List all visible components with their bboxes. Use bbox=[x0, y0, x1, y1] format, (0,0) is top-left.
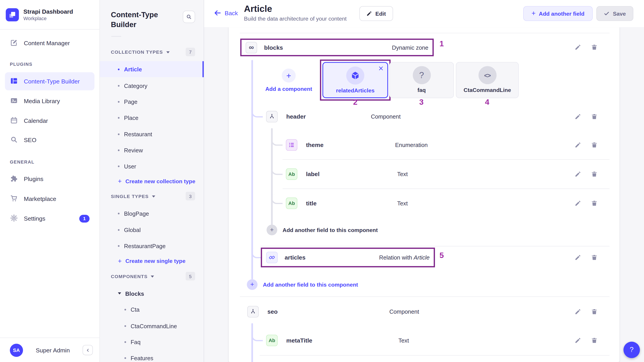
field-row-blocks[interactable]: ∞ blocks Dynamic zone bbox=[240, 39, 434, 56]
subnav-item-features[interactable]: Features bbox=[100, 350, 204, 362]
add-field-to-component-button[interactable]: + Add another field to this component bbox=[266, 225, 378, 235]
subnav-item-restaurant[interactable]: Restaurant bbox=[100, 126, 204, 142]
close-icon[interactable] bbox=[378, 66, 384, 71]
subnav-item-place[interactable]: Place bbox=[100, 110, 204, 126]
subnav-item-blogpage[interactable]: BlogPage bbox=[100, 206, 204, 222]
collapse-sidebar-button[interactable] bbox=[82, 345, 93, 355]
edit-field-icon[interactable] bbox=[575, 171, 581, 178]
field-row-label[interactable]: Ab label Text bbox=[240, 164, 610, 184]
component-card-faq[interactable]: ? faq bbox=[389, 62, 454, 98]
sidebar-section-general: GENERAL bbox=[10, 159, 34, 164]
sidebar-item-calendar[interactable]: Calendar bbox=[5, 112, 94, 130]
subnav-item-global[interactable]: Global bbox=[100, 222, 204, 238]
field-type: Relation with Article bbox=[379, 254, 430, 261]
delete-field-icon[interactable] bbox=[591, 308, 598, 315]
edit-button[interactable]: Edit bbox=[359, 6, 393, 21]
collection-types-count-badge: 7 bbox=[186, 48, 195, 56]
subnav-item-category[interactable]: Category bbox=[100, 78, 204, 94]
chevron-down-icon bbox=[166, 51, 170, 53]
section-components[interactable]: COMPONENTS bbox=[111, 272, 154, 280]
field-name: seo bbox=[268, 308, 278, 315]
field-name: theme bbox=[306, 142, 323, 148]
subnav-item-faq[interactable]: Faq bbox=[100, 334, 204, 350]
divider bbox=[260, 246, 610, 246]
add-field-to-dynamic-zone-button[interactable]: + Add another field to this component bbox=[247, 279, 358, 290]
dynamic-zone-icon: ∞ bbox=[246, 42, 257, 53]
sidebar-item-content-type-builder[interactable]: Content-Type Builder bbox=[5, 72, 94, 90]
settings-badge: 1 bbox=[79, 214, 90, 222]
create-collection-type-link[interactable]: + Create new collection type bbox=[100, 174, 204, 190]
sidebar-item-seo[interactable]: SEO bbox=[5, 131, 94, 149]
subnav-item-restaurantpage[interactable]: RestaurantPage bbox=[100, 238, 204, 254]
component-name: faq bbox=[418, 87, 426, 93]
user-name: Super Admin bbox=[36, 347, 70, 353]
field-row-seo[interactable]: seo Component bbox=[240, 301, 610, 322]
delete-field-icon[interactable] bbox=[591, 337, 598, 344]
subnav-item-user[interactable]: User bbox=[100, 158, 204, 174]
add-a-component-button[interactable]: + Add a component bbox=[255, 69, 323, 92]
cube-icon bbox=[350, 71, 360, 80]
enumeration-icon bbox=[286, 139, 297, 150]
edit-field-icon[interactable] bbox=[575, 200, 581, 206]
divider bbox=[282, 188, 610, 189]
field-type: Component bbox=[389, 308, 419, 315]
annotation-4: 4 bbox=[479, 98, 495, 107]
help-button[interactable]: ? bbox=[624, 342, 640, 358]
section-collection-types[interactable]: COLLECTION TYPES bbox=[111, 48, 170, 56]
search-button[interactable] bbox=[183, 11, 195, 23]
back-button[interactable]: Back bbox=[214, 9, 238, 17]
field-row-metatitle[interactable]: Ab metaTitle Text bbox=[240, 330, 610, 351]
subnav-item-ctacommandline[interactable]: CtaCommandLine bbox=[100, 318, 204, 334]
sidebar-item-content-manager[interactable]: Content Manager bbox=[5, 34, 94, 52]
delete-field-icon[interactable] bbox=[591, 142, 598, 148]
edit-field-icon[interactable] bbox=[575, 308, 581, 315]
row-actions bbox=[575, 114, 598, 120]
field-row-header[interactable]: header Component bbox=[240, 106, 610, 127]
sidebar-item-media-library[interactable]: Media Library bbox=[5, 92, 94, 110]
field-row-title[interactable]: Ab title Text bbox=[240, 193, 610, 214]
subnav-item-cta[interactable]: Cta bbox=[100, 301, 204, 318]
delete-field-icon[interactable] bbox=[591, 114, 598, 120]
edit-field-icon[interactable] bbox=[575, 114, 581, 120]
brand: Strapi Dashboard Workplace bbox=[0, 0, 99, 30]
edit-field-icon[interactable] bbox=[575, 337, 581, 344]
delete-field-icon[interactable] bbox=[591, 200, 598, 206]
cart-icon bbox=[10, 194, 18, 203]
component-icon bbox=[266, 111, 278, 122]
field-row-articles[interactable]: articles Relation with Article bbox=[261, 248, 435, 267]
edit-field-icon[interactable] bbox=[575, 254, 581, 261]
plus-icon: + bbox=[118, 178, 122, 185]
edit-field-icon[interactable] bbox=[575, 44, 581, 50]
sidebar-section-plugins: PLUGINS bbox=[10, 62, 32, 66]
pencil-icon bbox=[366, 11, 372, 16]
delete-field-icon[interactable] bbox=[591, 171, 598, 178]
add-another-field-button[interactable]: + Add another field bbox=[523, 6, 592, 21]
sidebar-item-label: Plugins bbox=[24, 176, 43, 182]
page-header: Back Article Build the data architecture… bbox=[204, 0, 644, 27]
subnav-item-page[interactable]: Page bbox=[100, 94, 204, 110]
delete-field-icon[interactable] bbox=[591, 44, 598, 50]
search-icon bbox=[186, 14, 192, 20]
sidebar-item-marketplace[interactable]: Marketplace bbox=[5, 190, 94, 208]
sidebar-item-plugins[interactable]: Plugins bbox=[5, 170, 94, 188]
section-single-types[interactable]: SINGLE TYPES bbox=[111, 192, 155, 200]
delete-field-icon[interactable] bbox=[591, 254, 598, 261]
row-actions bbox=[575, 308, 598, 315]
save-button[interactable]: Save bbox=[596, 6, 633, 21]
annotation-5: 5 bbox=[440, 251, 444, 260]
sidebar-item-settings[interactable]: Settings 1 bbox=[5, 210, 94, 228]
row-actions bbox=[575, 254, 598, 261]
field-type: Text bbox=[398, 337, 409, 344]
field-row-theme[interactable]: theme Enumeration bbox=[240, 135, 610, 155]
subnav-item-article[interactable]: Article bbox=[100, 61, 204, 77]
edit-field-icon[interactable] bbox=[575, 142, 581, 148]
component-card-ctacommandline[interactable]: <> CtaCommandLine bbox=[456, 62, 519, 98]
relation-link-icon bbox=[266, 252, 278, 263]
create-single-type-link[interactable]: + Create new single type bbox=[100, 253, 204, 269]
field-type: Dynamic zone bbox=[392, 44, 428, 50]
subnav-item-review[interactable]: Review bbox=[100, 142, 204, 158]
divider bbox=[282, 159, 610, 160]
component-group-blocks[interactable]: Blocks bbox=[100, 286, 204, 302]
component-icon bbox=[247, 306, 259, 317]
component-card-relatedarticles[interactable]: relatedArticles bbox=[322, 62, 388, 98]
